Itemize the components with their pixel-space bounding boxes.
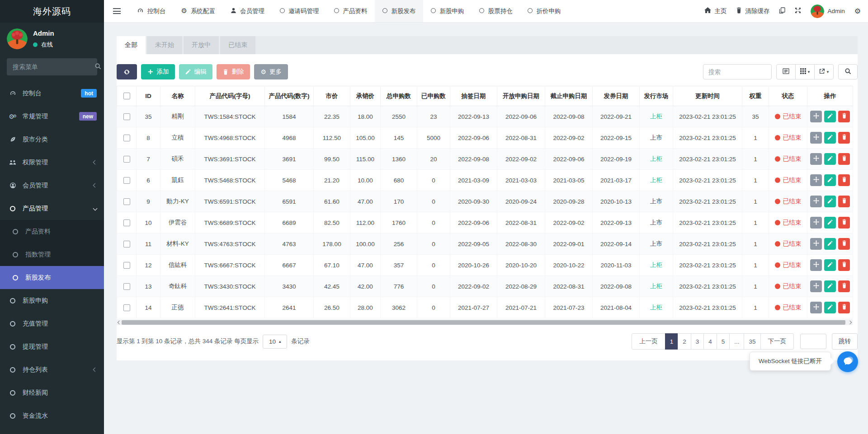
more-button[interactable]: ⚙ 更多 [254, 64, 288, 79]
market-link[interactable]: 上柜 [650, 177, 662, 183]
row-checkbox[interactable] [123, 219, 130, 226]
sidebar-item[interactable]: 财经新闻 [0, 381, 104, 404]
market-link[interactable]: 上柜 [650, 304, 662, 311]
filter-tab[interactable]: 未开始 [147, 36, 182, 54]
select-all-checkbox[interactable] [123, 93, 130, 99]
status-badge[interactable]: 已结束 [775, 240, 802, 248]
sidebar-item[interactable] [0, 427, 104, 434]
move-row-button[interactable] [810, 153, 822, 165]
sidebar-item[interactable]: 股市分类 [0, 128, 104, 151]
status-badge[interactable]: 已结束 [775, 219, 802, 227]
move-row-button[interactable] [810, 302, 822, 313]
sidebar-item[interactable]: 提现管理 [0, 335, 104, 358]
row-checkbox[interactable] [123, 198, 130, 205]
del-row-button[interactable] [838, 153, 850, 165]
status-badge[interactable]: 已结束 [775, 303, 802, 312]
row-checkbox[interactable] [123, 156, 130, 163]
pages-button[interactable] [779, 7, 785, 15]
add-button[interactable]: + 添加 [141, 64, 175, 79]
sidebar-item[interactable]: 会员管理 [0, 174, 104, 197]
move-row-button[interactable] [810, 217, 822, 229]
table-hscrollbar[interactable] [117, 319, 853, 325]
edit-row-button[interactable] [824, 259, 836, 271]
row-checkbox[interactable] [123, 113, 130, 120]
delete-button[interactable]: 删除 [217, 64, 250, 79]
sidebar-item[interactable]: ⚙⚙常规管理new [0, 105, 104, 128]
scroll-right-icon[interactable] [848, 320, 852, 324]
filter-tab[interactable]: 全部 [117, 36, 146, 54]
edit-button[interactable]: 编辑 [179, 64, 212, 79]
col-code_alpha[interactable]: 产品代码(字母) [195, 86, 265, 106]
home-button[interactable]: 主页 [704, 7, 726, 15]
market-link[interactable]: 上柜 [650, 261, 662, 268]
market-link[interactable]: 上市 [650, 198, 662, 205]
move-row-button[interactable] [810, 174, 822, 186]
sidebar-subitem[interactable]: 指数管理 [0, 243, 104, 266]
page-button[interactable]: 5 [717, 333, 730, 350]
status-badge[interactable]: 已结束 [775, 134, 802, 142]
scroll-left-icon[interactable] [118, 320, 121, 324]
del-row-button[interactable] [838, 196, 850, 207]
col-close[interactable]: 截止申购日期 [545, 86, 593, 106]
market-link[interactable]: 上市 [650, 219, 662, 226]
sidebar-item[interactable]: 产品管理 [0, 197, 104, 220]
col-price[interactable]: 市价 [314, 86, 350, 106]
edit-row-button[interactable] [824, 302, 836, 313]
col-id[interactable]: ID [137, 86, 160, 106]
edit-row-button[interactable] [824, 153, 836, 165]
sidebar-item[interactable]: 新股申购 [0, 289, 104, 312]
status-badge[interactable]: 已结束 [775, 112, 802, 121]
col-status[interactable]: 状态 [769, 86, 807, 106]
move-row-button[interactable] [810, 280, 822, 292]
move-row-button[interactable] [810, 238, 822, 250]
market-link[interactable]: 上市 [650, 240, 662, 247]
settings-button[interactable]: ⚙ [854, 8, 861, 15]
prev-page-button[interactable]: 上一页 [632, 333, 665, 350]
del-row-button[interactable] [838, 174, 850, 186]
edit-row-button[interactable] [824, 111, 836, 122]
nav-tab[interactable]: 股票持仓 [472, 0, 520, 22]
jump-page-input[interactable] [800, 334, 826, 349]
col-name[interactable]: 名称 [160, 86, 195, 106]
chat-button[interactable] [837, 351, 858, 372]
market-link[interactable]: 上柜 [650, 113, 662, 120]
move-row-button[interactable] [810, 132, 822, 144]
nav-tab[interactable]: 折价申购 [520, 0, 568, 22]
col-issue[interactable]: 发券日期 [593, 86, 640, 106]
table-search-input[interactable] [703, 64, 772, 79]
edit-row-button[interactable] [824, 238, 836, 250]
sidebar-subitem[interactable]: 产品资料 [0, 220, 104, 243]
search-icon[interactable] [94, 63, 101, 71]
next-page-button[interactable]: 下一页 [760, 333, 794, 350]
page-button[interactable]: 1 [665, 333, 679, 350]
export-button[interactable]: ▾ [814, 64, 834, 79]
sidebar-item[interactable]: 控制台hot [0, 82, 104, 105]
market-link[interactable]: 上柜 [650, 283, 662, 289]
row-checkbox[interactable] [123, 283, 130, 290]
row-checkbox[interactable] [123, 304, 130, 311]
move-row-button[interactable] [810, 259, 822, 271]
col-open[interactable]: 开放申购日期 [497, 86, 545, 106]
nav-tab[interactable]: 控制台 [129, 0, 174, 22]
page-button[interactable]: 2 [678, 333, 691, 350]
hamburger-menu-icon[interactable] [104, 0, 129, 22]
search-submit-button[interactable] [838, 64, 858, 79]
col-weight[interactable]: 权重 [742, 86, 769, 106]
col-total[interactable]: 总申购数 [381, 86, 417, 106]
move-row-button[interactable] [810, 111, 822, 122]
col-actions[interactable]: 操作 [807, 86, 853, 106]
edit-row-button[interactable] [824, 217, 836, 229]
col-market[interactable]: 发行市场 [640, 86, 673, 106]
edit-row-button[interactable] [824, 174, 836, 186]
page-button[interactable]: ... [729, 333, 744, 350]
edit-row-button[interactable] [824, 280, 836, 292]
detail-view-button[interactable] [776, 64, 796, 79]
col-underwrite[interactable]: 承销价 [350, 86, 381, 106]
status-badge[interactable]: 已结束 [775, 197, 802, 205]
col-applied[interactable]: 已申购数 [417, 86, 450, 106]
sidebar-item[interactable]: 权限管理 [0, 151, 104, 174]
nav-tab[interactable]: 会员管理 [223, 0, 272, 22]
sidebar-item[interactable]: 持仓列表 [0, 358, 104, 381]
market-link[interactable]: 上市 [650, 134, 662, 141]
columns-button[interactable]: ▾ [795, 64, 815, 79]
